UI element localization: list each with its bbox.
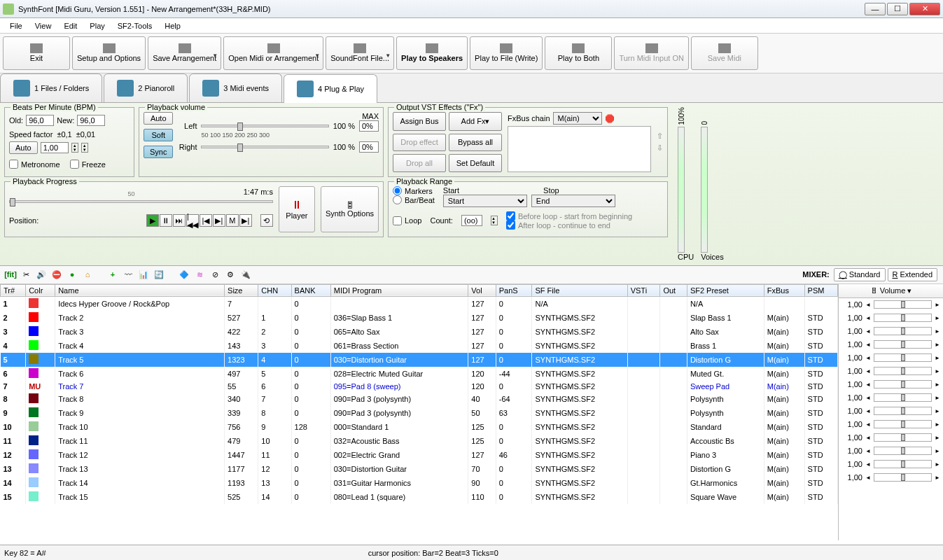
col-vol[interactable]: Vol xyxy=(468,284,496,296)
mixer-row[interactable]: 1,00◄► xyxy=(839,365,943,378)
bpm-new-input[interactable] xyxy=(77,115,105,126)
minimize-button[interactable]: — xyxy=(865,3,886,15)
mixer-row[interactable]: 1,00◄► xyxy=(839,391,943,405)
col-chn[interactable]: CHN xyxy=(258,284,291,296)
track-row[interactable]: 13Track 131177120030=Distortion Guitar70… xyxy=(1,462,838,476)
wave-icon[interactable]: 〰 xyxy=(122,268,134,281)
bpm-auto-button[interactable]: Auto xyxy=(9,141,38,154)
tb-play-to-both[interactable]: Play to Both xyxy=(545,36,612,70)
synth-options-button[interactable]: 🎛Synth Options xyxy=(321,186,379,232)
preset-icon[interactable]: 🔷 xyxy=(178,268,190,281)
tb-play-to-speakers[interactable]: Play to Speakers xyxy=(396,36,468,70)
menu-file[interactable]: File xyxy=(4,20,28,31)
track-row[interactable]: 5Track 5132340030=Distortion Guitar1270S… xyxy=(1,353,838,367)
drop-effect-button[interactable]: Drop effect xyxy=(393,134,446,152)
col-name[interactable]: Name xyxy=(55,284,225,296)
play-button[interactable]: ▶ xyxy=(146,214,159,227)
spin-down2[interactable]: ▼ xyxy=(82,148,88,152)
tab--files-folders[interactable]: 1 Files / Folders xyxy=(0,74,102,102)
refresh-icon[interactable]: 🔄 xyxy=(153,268,165,281)
track-row[interactable]: 14Track 141193130031=Guitar Harmonics900… xyxy=(1,476,838,490)
fxbus-chain-select[interactable]: M(ain) xyxy=(553,112,602,125)
tab--plug-play[interactable]: 4 Plug & Play xyxy=(284,74,377,103)
fxbus-delete-icon[interactable]: 🛑 xyxy=(605,114,615,123)
track-row[interactable]: 11Track 11479100032=Acoustic Bass1250SYN… xyxy=(1,434,838,448)
tb-setup-and-options[interactable]: Setup and Options xyxy=(72,36,146,70)
link-icon[interactable]: ≋ xyxy=(193,268,206,281)
mixer-row[interactable]: 1,00◄► xyxy=(839,298,943,312)
track-row[interactable]: 9Track 933980090=Pad 3 (polysynth)5063SY… xyxy=(1,406,838,420)
stats-icon[interactable]: 📊 xyxy=(137,268,150,281)
deny-icon[interactable]: ⛔ xyxy=(50,268,63,281)
col-bank[interactable]: BANK xyxy=(291,284,330,296)
home-icon[interactable]: ⌂ xyxy=(81,268,94,281)
accept-icon[interactable]: ● xyxy=(66,268,78,281)
col-vsti[interactable]: VSTi xyxy=(627,284,660,296)
spin-down[interactable]: ▼ xyxy=(72,148,78,152)
bpm-old-input[interactable] xyxy=(26,115,54,126)
mixer-row[interactable]: 1,00◄► xyxy=(839,378,943,391)
speaker-icon[interactable]: 🔊 xyxy=(35,268,48,281)
forward-beat-button[interactable]: ▶| xyxy=(213,214,225,227)
metronome-checkbox[interactable]: Metronome xyxy=(9,160,60,169)
vol-sync-button[interactable]: Sync xyxy=(144,146,173,158)
track-row[interactable]: 10Track 107569128000=Standard 11250SYNTH… xyxy=(1,420,838,434)
col-sf-preset[interactable]: SF2 Preset xyxy=(687,284,764,296)
unlink-icon[interactable]: ⊘ xyxy=(209,268,221,281)
track-row[interactable]: 4Track 414330061=Brass Section1270SYNTHG… xyxy=(1,339,838,353)
col-size[interactable]: Size xyxy=(225,284,258,296)
tb-soundfont-file-[interactable]: SoundFont File...▼ xyxy=(326,36,394,70)
track-row[interactable]: 2Track 252710036=Slap Bass 11270SYNTHGMS… xyxy=(1,311,838,325)
fit-icon[interactable]: [fit] xyxy=(4,268,17,281)
pause-button[interactable]: ⏸ xyxy=(160,214,172,227)
track-row[interactable]: 1Idecs Hyper Groove / Rock&Pop701270N/AN… xyxy=(1,296,838,311)
rewind-bar-button[interactable]: |◀◀ xyxy=(186,214,199,227)
drop-all-button[interactable]: Drop all xyxy=(393,154,446,172)
rewind-beat-button[interactable]: |◀ xyxy=(200,214,212,227)
vol-right-max[interactable] xyxy=(359,141,379,153)
track-row[interactable]: 3Track 342220065=Alto Sax1270SYNTHGMS.SF… xyxy=(1,325,838,339)
track-row[interactable]: 8Track 834070090=Pad 3 (polysynth)40-64S… xyxy=(1,392,838,406)
barbeat-radio[interactable]: Bar/Beat xyxy=(393,195,435,204)
tb-save-arrangement[interactable]: Save Arrangement▼ xyxy=(148,36,221,70)
tab--midi-events[interactable]: 3 Midi events xyxy=(189,74,282,102)
menu-help[interactable]: Help xyxy=(159,20,186,31)
menu-sf2-tools[interactable]: SF2-Tools xyxy=(112,20,158,31)
vol-left-max[interactable] xyxy=(359,120,379,132)
progress-slider[interactable] xyxy=(9,200,273,203)
fx-down-icon[interactable]: ⇩ xyxy=(657,144,663,153)
mixer-row[interactable]: 1,00◄► xyxy=(839,444,943,458)
col-tr-[interactable]: Tr# xyxy=(1,284,26,296)
count-down[interactable]: ▼ xyxy=(491,220,497,225)
fxbus-listbox[interactable] xyxy=(508,126,651,172)
next-button[interactable]: ⏭ xyxy=(173,214,186,227)
mixer-row[interactable]: 1,00◄► xyxy=(839,431,943,444)
markers-radio[interactable]: Markers xyxy=(393,186,435,195)
count-input[interactable] xyxy=(461,215,482,226)
col-out[interactable]: Out xyxy=(660,284,687,296)
mixer-extended-tab[interactable]: R Extended xyxy=(888,268,938,281)
track-row[interactable]: 12Track 121447110002=Electric Grand12746… xyxy=(1,448,838,462)
track-row[interactable]: 15Track 15525140080=Lead 1 (square)1100S… xyxy=(1,490,838,504)
col-pans[interactable]: PanS xyxy=(496,284,532,296)
mixer-row[interactable]: 1,00◄► xyxy=(839,325,943,338)
tb-save-midi[interactable]: Save Midi xyxy=(691,36,758,70)
col-colr[interactable]: Colr xyxy=(26,284,55,296)
volume-header[interactable]: 🎚 Volume ▾ xyxy=(839,284,943,298)
menu-view[interactable]: View xyxy=(29,20,57,31)
vol-soft-button[interactable]: Soft xyxy=(144,129,173,141)
fx-up-icon[interactable]: ⇧ xyxy=(657,132,663,141)
marker-button[interactable]: M xyxy=(226,214,239,227)
track-row[interactable]: 6Track 649750028=Electric Muted Guitar12… xyxy=(1,367,838,381)
vol-left-slider[interactable] xyxy=(201,125,328,127)
tb-play-to-file-write-[interactable]: Play to File (Write) xyxy=(470,36,543,70)
mixer-row[interactable]: 1,00◄► xyxy=(839,405,943,418)
loop-checkbox[interactable]: Loop xyxy=(393,216,421,225)
mixer-row[interactable]: 1,00◄► xyxy=(839,312,943,325)
start-select[interactable]: Start xyxy=(443,195,527,207)
bypass-all-button[interactable]: Bypass all xyxy=(449,134,502,152)
mixer-row[interactable]: 1,00◄► xyxy=(839,418,943,431)
tb-exit[interactable]: Exit xyxy=(3,36,70,70)
col-psm[interactable]: PSM xyxy=(804,284,837,296)
assign-bus-button[interactable]: Assign Bus xyxy=(393,112,446,131)
